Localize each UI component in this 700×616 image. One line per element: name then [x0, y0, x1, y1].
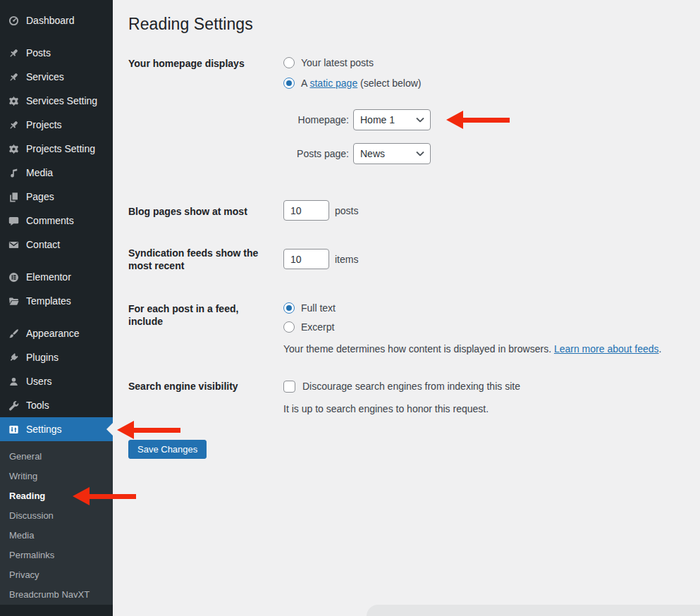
sidebar-item-settings[interactable]: Settings	[0, 417, 113, 441]
sidebar-item-services[interactable]: Services	[0, 65, 113, 89]
menu-separator	[0, 257, 113, 265]
sidebar-item-elementor[interactable]: Elementor	[0, 265, 113, 289]
envelope-icon	[8, 239, 20, 251]
posts-page-select-label: Posts page:	[283, 148, 349, 159]
blog-pages-input[interactable]	[283, 200, 329, 221]
dashboard-icon	[8, 15, 20, 27]
posts-page-select[interactable]: News	[353, 143, 431, 164]
feed-help-text: Your theme determines how content is dis…	[283, 343, 661, 355]
active-menu-notch	[106, 423, 113, 436]
menu-separator	[0, 32, 113, 41]
homepage-select-wrap: Home 1	[353, 109, 431, 130]
gear-icon	[8, 95, 20, 107]
sidebar-item-label: Settings	[26, 424, 62, 435]
sidebar-item-posts[interactable]: Posts	[0, 41, 113, 65]
sidebar-item-templates[interactable]: Templates	[0, 289, 113, 313]
sidebar-item-label: Projects	[26, 119, 62, 130]
homepage-select-label: Homepage:	[283, 114, 349, 125]
feed-include-label: For each post in a feed, include	[128, 302, 269, 328]
sidebar-item-projects-setting[interactable]: Projects Setting	[0, 137, 113, 161]
search-visibility-label: Search engine visibility	[128, 380, 269, 393]
sidebar-item-comments[interactable]: Comments	[0, 209, 113, 233]
static-page-link[interactable]: static page	[309, 78, 357, 89]
save-changes-button[interactable]: Save Changes	[128, 440, 207, 459]
sidebar-item-label: Users	[26, 376, 52, 387]
menu-separator	[0, 313, 113, 321]
syndication-row: items	[283, 249, 358, 269]
sidebar-item-label: Services Setting	[26, 95, 97, 106]
homepage-displays-label: Your homepage displays	[128, 57, 269, 70]
sidebar-item-services-setting[interactable]: Services Setting	[0, 89, 113, 113]
submenu-item-breadcrumb-navxt[interactable]: Breadcrumb NavXT	[0, 585, 113, 605]
pushpin-icon	[8, 47, 20, 59]
blog-pages-label: Blog pages show at most	[128, 205, 269, 218]
users-icon	[8, 376, 20, 388]
latest-posts-radio[interactable]	[283, 57, 295, 68]
submenu-item-general[interactable]: General	[0, 447, 113, 467]
gear-icon	[8, 143, 20, 155]
static-page-label: A static page (select below)	[301, 78, 421, 89]
submenu-item-discussion[interactable]: Discussion	[0, 506, 113, 526]
sidebar-item-label: Plugins	[26, 352, 59, 363]
full-text-option[interactable]: Full text	[283, 302, 336, 314]
posts-page-select-wrap: News	[353, 143, 431, 164]
discourage-indexing-label: Discourage search engines from indexing …	[302, 381, 520, 392]
discourage-indexing-option[interactable]: Discourage search engines from indexing …	[283, 380, 520, 393]
sidebar-item-label: Tools	[26, 400, 49, 411]
folder-icon	[8, 295, 20, 307]
comments-icon	[8, 215, 20, 227]
submenu-item-reading[interactable]: Reading	[0, 486, 113, 506]
pushpin-icon	[8, 71, 20, 83]
learn-more-feeds-link[interactable]: Learn more about feeds	[554, 343, 659, 355]
media-icon	[8, 167, 20, 179]
discourage-indexing-checkbox[interactable]	[283, 381, 295, 393]
submenu-item-writing[interactable]: Writing	[0, 467, 113, 486]
sidebar-item-pages[interactable]: Pages	[0, 185, 113, 209]
full-text-radio[interactable]	[283, 302, 295, 314]
sidebar-item-projects[interactable]: Projects	[0, 113, 113, 137]
submenu-item-permalinks[interactable]: Permalinks	[0, 546, 113, 565]
appearance-icon	[8, 328, 20, 340]
sidebar-item-dashboard[interactable]: Dashboard	[0, 8, 113, 32]
excerpt-option[interactable]: Excerpt	[283, 321, 334, 333]
settings-icon	[8, 424, 20, 436]
plugin-icon	[8, 352, 20, 364]
sidebar-item-label: Contact	[26, 239, 60, 250]
settings-submenu: General Writing Reading Discussion Media…	[0, 441, 113, 605]
sidebar-item-contact[interactable]: Contact	[0, 233, 113, 257]
pushpin-icon	[8, 119, 20, 131]
sidebar-item-label: Pages	[26, 191, 54, 202]
syndication-input[interactable]	[283, 249, 329, 269]
sidebar-item-plugins[interactable]: Plugins	[0, 345, 113, 369]
elementor-icon	[8, 271, 20, 283]
full-text-label: Full text	[301, 302, 336, 314]
sidebar-item-label: Elementor	[26, 271, 71, 283]
sidebar-item-label: Services	[26, 71, 64, 82]
homepage-select[interactable]: Home 1	[353, 109, 431, 130]
sidebar-item-label: Comments	[26, 215, 74, 226]
tools-icon	[8, 400, 20, 412]
excerpt-radio[interactable]	[283, 321, 295, 333]
sidebar-item-label: Projects Setting	[26, 143, 95, 154]
latest-posts-option[interactable]: Your latest posts	[283, 56, 374, 69]
blog-pages-unit: posts	[335, 205, 358, 216]
main-content: Reading Settings Your homepage displays …	[113, 0, 700, 616]
sidebar-item-users[interactable]: Users	[0, 369, 113, 393]
sidebar-item-tools[interactable]: Tools	[0, 393, 113, 417]
static-page-radio[interactable]	[283, 78, 295, 89]
syndication-unit: items	[335, 254, 358, 265]
sidebar-item-label: Dashboard	[26, 15, 75, 26]
sidebar-item-label: Media	[26, 167, 53, 178]
sidebar-item-appearance[interactable]: Appearance	[0, 321, 113, 345]
submenu-item-media[interactable]: Media	[0, 526, 113, 546]
excerpt-label: Excerpt	[301, 321, 334, 333]
page-title: Reading Settings	[128, 15, 253, 34]
static-page-option[interactable]: A static page (select below)	[283, 77, 421, 90]
search-visibility-help: It is up to search engines to honor this…	[283, 402, 489, 415]
latest-posts-label: Your latest posts	[301, 57, 374, 68]
syndication-label: Syndication feeds show the most recent	[128, 247, 269, 272]
submenu-item-privacy[interactable]: Privacy	[0, 565, 113, 585]
sidebar-item-media[interactable]: Media	[0, 161, 113, 185]
sidebar-item-label: Posts	[26, 47, 51, 58]
blog-pages-row: posts	[283, 200, 358, 221]
